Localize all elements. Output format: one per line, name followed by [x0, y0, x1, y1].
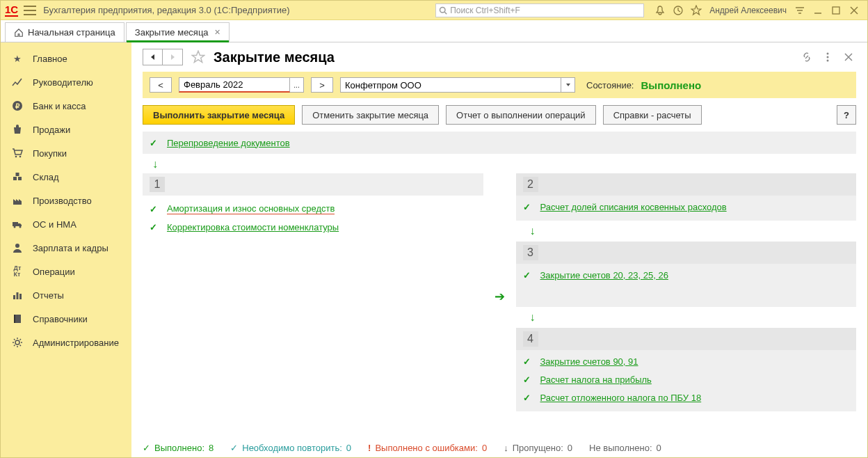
stage-number: 4: [523, 331, 538, 347]
stage-1-header: 1: [143, 173, 483, 196]
references-button[interactable]: Справки - расчеты: [603, 105, 702, 125]
sidebar-item-operations[interactable]: ДтКтОперации: [1, 260, 131, 283]
cancel-close-button[interactable]: Отменить закрытие месяца: [302, 105, 439, 125]
sidebar-item-os-nma[interactable]: ОС и НМА: [1, 212, 131, 236]
close-page-icon[interactable]: [841, 49, 856, 65]
star-icon[interactable]: [689, 3, 703, 17]
menu-burger-icon[interactable]: [24, 6, 36, 15]
svg-rect-23: [19, 294, 22, 299]
nav-buttons: [143, 49, 183, 65]
run-close-button[interactable]: Выполнить закрытие месяца: [143, 105, 295, 125]
stage-number: 1: [150, 177, 165, 192]
period-input[interactable]: [179, 77, 290, 93]
sidebar-item-warehouse[interactable]: Склад: [1, 165, 131, 189]
state-value: Выполнено: [641, 79, 701, 91]
sidebar-item-bank[interactable]: ₽Банк и касса: [1, 94, 131, 118]
sidebar-item-hr[interactable]: Зарплата и кадры: [1, 236, 131, 260]
sidebar-item-sales[interactable]: Продажи: [1, 118, 131, 141]
global-search-input[interactable]: Поиск Ctrl+Shift+F: [435, 3, 644, 17]
report-button[interactable]: Отчет о выполнении операций: [446, 105, 596, 125]
status-count: 8: [209, 443, 214, 453]
arrow-down-icon: ↓: [530, 311, 857, 324]
organization-input[interactable]: [340, 77, 561, 93]
op-profit-tax-link[interactable]: Расчет налога на прибыль: [540, 374, 652, 385]
status-label: Пропущено:: [513, 443, 563, 453]
content-header: Закрытие месяца: [131, 42, 867, 66]
home-icon: [14, 28, 24, 38]
sidebar-item-admin[interactable]: Администрирование: [1, 331, 131, 354]
op-close-90-91-link[interactable]: Закрытие счетов 90, 91: [540, 356, 638, 367]
nav-forward-button[interactable]: [163, 49, 182, 65]
sidebar-item-catalogs[interactable]: Справочники: [1, 307, 131, 331]
search-icon: [439, 6, 447, 15]
svg-rect-14: [13, 177, 17, 180]
tab-home[interactable]: Начальная страница: [5, 22, 124, 42]
status-repeat: ✓ Необходимо повторить: 0: [230, 443, 351, 453]
history-icon[interactable]: [671, 3, 685, 17]
op-cost-correction-link[interactable]: Корректировка стоимости номенклатуры: [167, 222, 339, 232]
sidebar-label: Руководителю: [33, 77, 93, 88]
op-line: ✓ Расчет отложенного налога по ПБУ 18: [516, 390, 857, 409]
period-prev-button[interactable]: <: [150, 77, 172, 93]
minimize-button[interactable]: [810, 3, 826, 18]
action-row: Выполнить закрытие месяца Отменить закры…: [131, 105, 867, 132]
repost-link[interactable]: Перепроведение документов: [167, 138, 290, 148]
status-done: ✓ Выполнено: 8: [143, 443, 214, 453]
op-deferred-tax-link[interactable]: Расчет отложенного налога по ПБУ 18: [540, 393, 702, 403]
content-area: Закрытие месяца < ... > Состояние: Выпол…: [131, 42, 867, 458]
check-icon: ✓: [523, 393, 531, 403]
op-depreciation-link[interactable]: Амортизация и износ основных средств: [167, 203, 335, 214]
close-window-button[interactable]: [846, 3, 862, 18]
more-vertical-icon[interactable]: [820, 49, 835, 65]
sidebar-item-production[interactable]: Производство: [1, 189, 131, 212]
sidebar-label: Главное: [33, 54, 67, 64]
check-icon: ✓: [523, 374, 531, 385]
sidebar-item-manager[interactable]: Руководителю: [1, 70, 131, 94]
stage-4-header: 4: [516, 328, 857, 350]
op-close-20-23-25-26-link[interactable]: Закрытие счетов 20, 23, 25, 26: [540, 270, 668, 281]
help-button[interactable]: ?: [837, 105, 856, 125]
sidebar-item-purchases[interactable]: Покупки: [1, 141, 131, 165]
op-indirect-costs-link[interactable]: Расчет долей списания косвенных расходов: [540, 202, 727, 212]
bars-icon: [10, 288, 24, 302]
status-count: 0: [346, 443, 351, 453]
svg-rect-22: [17, 292, 19, 299]
svg-point-13: [19, 156, 22, 158]
sidebar-item-main[interactable]: ★Главное: [1, 47, 131, 70]
sidebar: ★Главное Руководителю ₽Банк и касса Прод…: [1, 42, 131, 458]
nav-back-button[interactable]: [143, 49, 163, 65]
tab-month-close[interactable]: Закрытие месяца ✕: [126, 22, 230, 42]
dtkt-icon: ДтКт: [10, 264, 24, 278]
organization-dropdown-button[interactable]: [561, 77, 575, 93]
period-picker-button[interactable]: ...: [290, 77, 304, 93]
arrow-right-icon: ➔: [495, 289, 505, 304]
stage-number: 2: [523, 177, 538, 192]
svg-text:₽: ₽: [15, 102, 20, 110]
stage-2-header: 2: [516, 173, 857, 196]
svg-point-29: [827, 60, 829, 62]
column-right: 2 ✓ Расчет долей списания косвенных расх…: [516, 173, 857, 416]
op-line: ✓ Корректировка стоимости номенклатуры: [143, 220, 483, 238]
column-left: 1 ✓ Амортизация и износ основных средств…: [143, 173, 483, 238]
status-notdone: Не выполнено: 0: [589, 443, 661, 453]
svg-line-1: [444, 12, 447, 14]
bell-icon[interactable]: [653, 3, 667, 17]
sidebar-label: Администрирование: [33, 338, 119, 348]
tab-close-icon[interactable]: ✕: [214, 28, 220, 37]
stage-2-block: 2 ✓ Расчет долей списания косвенных расх…: [516, 173, 857, 221]
tab-home-label: Начальная страница: [28, 27, 115, 38]
settings-lines-icon[interactable]: [793, 3, 807, 17]
favorite-star-icon[interactable]: [190, 49, 207, 65]
arrow-down-icon: ↓: [504, 443, 508, 453]
user-name[interactable]: Андрей Алексеевич: [709, 6, 787, 15]
period-next-button[interactable]: >: [311, 77, 333, 93]
period-box: ...: [179, 77, 304, 93]
link-icon[interactable]: [799, 49, 814, 65]
exclamation-icon: !: [368, 443, 371, 453]
star-filled-icon: ★: [10, 52, 24, 65]
svg-point-12: [15, 156, 17, 158]
sidebar-item-reports[interactable]: Отчеты: [1, 283, 131, 307]
maximize-button[interactable]: [828, 3, 844, 18]
btn-label: ?: [844, 110, 849, 120]
btn-label: Отменить закрытие месяца: [312, 110, 428, 120]
